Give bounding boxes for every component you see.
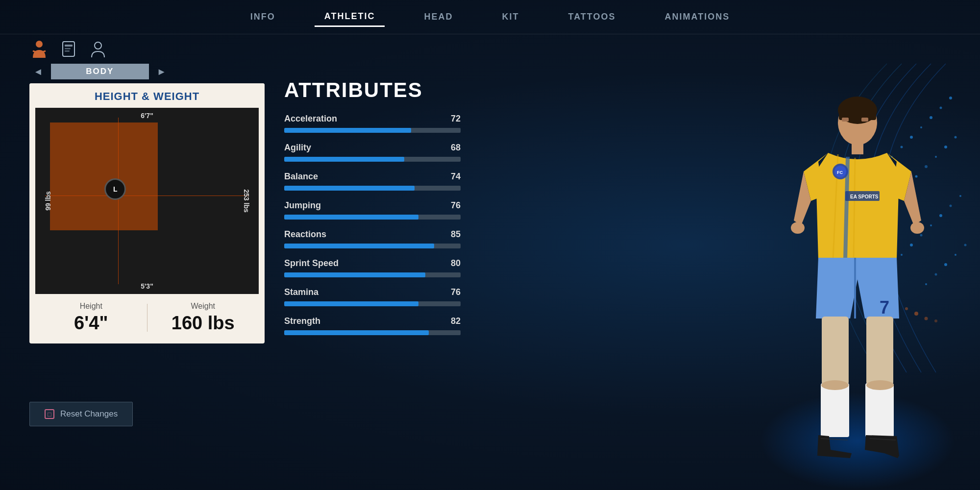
- attr-value-4: 85: [451, 229, 461, 240]
- svg-text:7: 7: [880, 297, 889, 318]
- svg-rect-48: [822, 317, 849, 385]
- icon-row: [29, 39, 108, 59]
- svg-rect-61: [65, 45, 73, 47]
- attr-value-1: 68: [451, 143, 461, 153]
- body-next-arrow[interactable]: ►: [153, 64, 171, 79]
- svg-point-64: [95, 42, 101, 49]
- profile-icon-btn[interactable]: [88, 39, 108, 59]
- attribute-row: Stamina 76: [284, 287, 461, 306]
- weight-min-label: 99 lbs: [44, 191, 52, 211]
- attr-bar-bg-7: [284, 330, 461, 335]
- attribute-row: Acceleration 72: [284, 114, 461, 133]
- attr-value-0: 72: [451, 114, 461, 124]
- svg-rect-46: [854, 258, 856, 318]
- svg-rect-41: [852, 142, 863, 154]
- attr-bar-bg-2: [284, 186, 461, 191]
- top-navigation: INFO ATHLETIC HEAD KIT TATTOOS ANIMATION…: [0, 0, 980, 34]
- tab-info[interactable]: INFO: [241, 8, 285, 26]
- attr-bar-bg-5: [284, 272, 461, 277]
- height-max-label: 6'7": [141, 112, 153, 120]
- reset-icon: □: [45, 409, 54, 419]
- attributes-panel: ATTRIBUTES Acceleration 72 Agility 68 Ba…: [284, 78, 461, 345]
- tab-athletic[interactable]: ATHLETIC: [315, 7, 385, 27]
- weight-label: Weight: [147, 302, 259, 311]
- body-selector-label: BODY: [51, 64, 149, 79]
- attr-name-2: Balance: [284, 172, 318, 182]
- tab-kit[interactable]: KIT: [492, 8, 529, 26]
- attributes-list: Acceleration 72 Agility 68 Balance 74: [284, 114, 461, 335]
- svg-text:EA SPORTS: EA SPORTS: [850, 194, 879, 199]
- attr-name-1: Agility: [284, 143, 311, 153]
- attr-bar-fill-0: [284, 128, 411, 133]
- attr-bar-fill-2: [284, 186, 415, 191]
- svg-point-25: [955, 254, 956, 256]
- weight-max-label: 253 lbs: [242, 189, 250, 212]
- svg-rect-39: [842, 118, 849, 122]
- svg-point-24: [964, 244, 967, 246]
- svg-rect-49: [866, 317, 893, 385]
- attr-bar-bg-0: [284, 128, 461, 133]
- attribute-row: Sprint Speed 80: [284, 258, 461, 277]
- attr-bar-bg-1: [284, 157, 461, 162]
- attr-name-5: Sprint Speed: [284, 258, 339, 269]
- body-prev-arrow[interactable]: ◄: [29, 64, 47, 79]
- tab-tattoos[interactable]: TATTOOS: [559, 8, 626, 26]
- attr-value-7: 82: [451, 316, 461, 326]
- reset-label: Reset Changes: [60, 409, 118, 419]
- attr-name-6: Stamina: [284, 287, 318, 297]
- svg-point-10: [955, 136, 957, 139]
- weight-value: 160 lbs: [147, 313, 259, 334]
- weight-height-selection-area: [50, 122, 158, 230]
- attr-name-0: Acceleration: [284, 114, 337, 124]
- attr-bar-fill-5: [284, 272, 425, 277]
- svg-point-0: [949, 97, 952, 99]
- height-value: 6'4": [35, 313, 147, 334]
- svg-rect-51: [865, 383, 894, 437]
- svg-point-52: [821, 380, 849, 390]
- attribute-row: Jumping 76: [284, 200, 461, 220]
- svg-point-45: [910, 222, 924, 234]
- hw-chart-area[interactable]: 6'7" L 99 lbs 253 lbs 5'3": [35, 108, 259, 294]
- body-selector: ◄ BODY ►: [29, 64, 171, 79]
- attr-bar-bg-4: [284, 244, 461, 248]
- height-label: Height: [35, 302, 147, 311]
- hw-values-row: Height 6'4" Weight 160 lbs: [35, 294, 259, 343]
- attr-value-2: 74: [451, 172, 461, 182]
- attribute-row: Balance 74: [284, 172, 461, 191]
- attribute-row: Agility 68: [284, 143, 461, 162]
- tab-head[interactable]: HEAD: [414, 8, 463, 26]
- attr-value-6: 76: [451, 287, 461, 297]
- attribute-row: Strength 82: [284, 316, 461, 335]
- hw-panel-title: HEIGHT & WEIGHT: [29, 83, 265, 108]
- svg-point-26: [944, 263, 947, 266]
- attributes-title: ATTRIBUTES: [284, 78, 461, 102]
- attr-bar-fill-7: [284, 330, 429, 335]
- attr-name-3: Jumping: [284, 200, 321, 211]
- person-icon-btn[interactable]: [29, 39, 49, 59]
- svg-rect-50: [821, 383, 849, 437]
- svg-point-44: [791, 222, 805, 234]
- svg-point-17: [959, 195, 961, 197]
- height-min-label: 5'3": [141, 282, 153, 290]
- attr-value-3: 76: [451, 200, 461, 211]
- svg-point-57: [36, 41, 43, 48]
- attr-bar-fill-3: [284, 215, 418, 220]
- attr-name-7: Strength: [284, 316, 320, 326]
- svg-rect-40: [861, 118, 868, 122]
- tab-animations[interactable]: ANIMATIONS: [655, 8, 740, 26]
- crosshair-vertical: [118, 118, 119, 284]
- attribute-row: Reactions 85: [284, 229, 461, 248]
- player-figure: EA SPORTS 7: [774, 74, 941, 490]
- height-weight-panel: HEIGHT & WEIGHT 6'7" L 99 lbs 253 lbs 5'…: [29, 83, 265, 343]
- svg-point-53: [866, 380, 894, 390]
- attr-value-5: 80: [451, 258, 461, 269]
- attr-bar-fill-6: [284, 301, 418, 306]
- attr-name-4: Reactions: [284, 229, 326, 240]
- card-icon-btn[interactable]: [59, 39, 78, 59]
- svg-rect-62: [65, 48, 71, 49]
- svg-point-18: [950, 205, 952, 207]
- reset-changes-button[interactable]: □ Reset Changes: [29, 402, 133, 426]
- weight-value-block: Weight 160 lbs: [147, 302, 259, 334]
- attr-bar-fill-4: [284, 244, 434, 248]
- attr-bar-bg-6: [284, 301, 461, 306]
